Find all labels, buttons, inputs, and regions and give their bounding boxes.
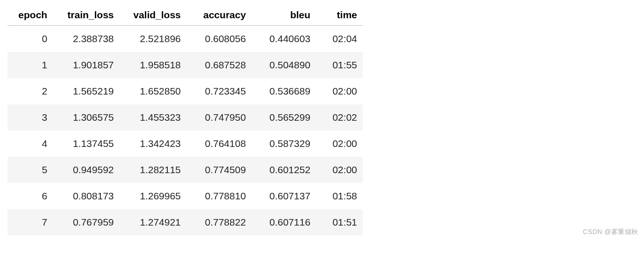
table-row: 1 1.901857 1.958518 0.687528 0.504890 01…: [7, 52, 363, 78]
cell-train-loss: 0.949592: [53, 157, 119, 183]
cell-epoch: 6: [7, 183, 53, 209]
cell-valid-loss: 1.958518: [120, 52, 186, 78]
cell-accuracy: 0.723345: [186, 78, 251, 104]
cell-epoch: 2: [7, 78, 53, 104]
cell-bleu: 0.536689: [251, 78, 316, 104]
cell-bleu: 0.504890: [251, 52, 316, 78]
cell-time: 02:00: [316, 131, 363, 157]
cell-train-loss: 1.306575: [53, 104, 119, 131]
col-header-train-loss: train_loss: [53, 5, 119, 26]
cell-valid-loss: 1.269965: [120, 183, 186, 209]
watermark-text: CSDN @雾重烟秋: [583, 228, 638, 236]
cell-valid-loss: 1.342423: [120, 131, 186, 157]
cell-epoch: 3: [7, 104, 53, 131]
table-row: 2 1.565219 1.652850 0.723345 0.536689 02…: [7, 78, 363, 104]
cell-valid-loss: 1.652850: [120, 78, 186, 104]
cell-train-loss: 1.137455: [53, 131, 119, 157]
cell-time: 01:58: [316, 183, 363, 209]
training-log-table: epoch train_loss valid_loss accuracy ble…: [7, 5, 363, 235]
table-row: 7 0.767959 1.274921 0.778822 0.607116 01…: [7, 209, 363, 235]
cell-bleu: 0.601252: [251, 157, 316, 183]
cell-bleu: 0.440603: [251, 26, 316, 52]
cell-epoch: 7: [7, 209, 53, 235]
cell-epoch: 0: [7, 26, 53, 52]
table-body: 0 2.388738 2.521896 0.608056 0.440603 02…: [7, 26, 363, 236]
cell-epoch: 4: [7, 131, 53, 157]
cell-accuracy: 0.747950: [186, 104, 251, 131]
cell-train-loss: 1.901857: [53, 52, 119, 78]
cell-bleu: 0.607137: [251, 183, 316, 209]
cell-bleu: 0.565299: [251, 104, 316, 131]
cell-bleu: 0.587329: [251, 131, 316, 157]
cell-time: 01:51: [316, 209, 363, 235]
col-header-accuracy: accuracy: [186, 5, 251, 26]
cell-valid-loss: 1.282115: [120, 157, 186, 183]
col-header-valid-loss: valid_loss: [120, 5, 186, 26]
cell-accuracy: 0.778822: [186, 209, 251, 235]
table-row: 6 0.808173 1.269965 0.778810 0.607137 01…: [7, 183, 363, 209]
table-row: 0 2.388738 2.521896 0.608056 0.440603 02…: [7, 26, 363, 52]
cell-accuracy: 0.774509: [186, 157, 251, 183]
cell-accuracy: 0.764108: [186, 131, 251, 157]
cell-valid-loss: 1.455323: [120, 104, 186, 131]
cell-train-loss: 0.767959: [53, 209, 119, 235]
cell-time: 02:02: [316, 104, 363, 131]
col-header-bleu: bleu: [251, 5, 316, 26]
table-row: 4 1.137455 1.342423 0.764108 0.587329 02…: [7, 131, 363, 157]
cell-time: 02:00: [316, 78, 363, 104]
cell-valid-loss: 1.274921: [120, 209, 186, 235]
cell-epoch: 1: [7, 52, 53, 78]
training-log-table-container: epoch train_loss valid_loss accuracy ble…: [0, 0, 370, 240]
cell-bleu: 0.607116: [251, 209, 316, 235]
table-row: 5 0.949592 1.282115 0.774509 0.601252 02…: [7, 157, 363, 183]
table-header-row: epoch train_loss valid_loss accuracy ble…: [7, 5, 363, 26]
cell-train-loss: 1.565219: [53, 78, 119, 104]
col-header-time: time: [316, 5, 363, 26]
table-row: 3 1.306575 1.455323 0.747950 0.565299 02…: [7, 104, 363, 131]
cell-accuracy: 0.608056: [186, 26, 251, 52]
col-header-epoch: epoch: [7, 5, 53, 26]
cell-time: 02:00: [316, 157, 363, 183]
cell-accuracy: 0.687528: [186, 52, 251, 78]
cell-train-loss: 0.808173: [53, 183, 119, 209]
cell-accuracy: 0.778810: [186, 183, 251, 209]
cell-train-loss: 2.388738: [53, 26, 119, 52]
cell-epoch: 5: [7, 157, 53, 183]
cell-valid-loss: 2.521896: [120, 26, 186, 52]
cell-time: 01:55: [316, 52, 363, 78]
cell-time: 02:04: [316, 26, 363, 52]
